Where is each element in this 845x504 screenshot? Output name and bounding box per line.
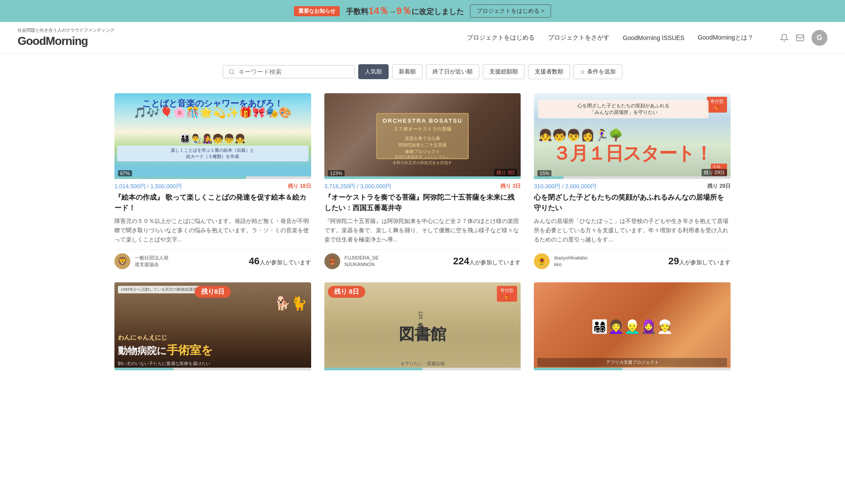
org-avatar-1: 🦁 [114, 253, 130, 269]
banner-start-button[interactable]: プロジェクトをはじめる > [470, 4, 551, 18]
card-title-1: 『絵本の作成』 歌って楽しくことばの発達を促す絵本＆絵カード！ [114, 192, 311, 213]
header-icons: G [780, 30, 827, 46]
logo-subtitle: 社会問題と向き合う人のクラウドファンディング [18, 27, 114, 33]
nav-issues[interactable]: GoodMorning ISSUES [623, 34, 684, 41]
card-desc-1: 障害児の５０％以上がことばに悩んでいます。発語が殆ど無く・発音が不明瞭で聞き取り… [114, 217, 311, 244]
progress-bar-4 [114, 368, 311, 370]
filter-total-support[interactable]: 支援総額順 [483, 64, 525, 79]
filter-supporter-count[interactable]: 支援者数順 [528, 64, 570, 79]
days-left-badge-2: 残り 3日 [494, 169, 517, 176]
card-image-2: ORCHESTRA BOSATSU ２７体オーケストラの菩薩 楽器を奏でる仏像阿… [324, 93, 521, 179]
nav-about[interactable]: GoodMorningとは？ [698, 34, 753, 42]
card-image-1: ことばと音楽のシャワーをあびろ！ 楽しくことばを学ぶ１冊の絵本（出版）と絵カード… [114, 93, 311, 179]
top-banner: 重要なお知らせ 手数料14％→9％に改定しました プロジェクトをはじめる > [0, 0, 845, 22]
progress-fill-3 [534, 176, 563, 179]
search-wrap [223, 65, 355, 78]
user-avatar-button[interactable]: G [812, 30, 827, 46]
project-card-5[interactable]: 寄付型🎁 120年続く 図書館 を守りたい・図書設備 残り 8日 [324, 282, 521, 370]
search-input[interactable] [239, 68, 349, 75]
cards-grid: ことばと音楽のシャワーをあびろ！ 楽しくことばを学ぶ１冊の絵本（出版）と絵カード… [114, 93, 731, 370]
progress-pct-1: 67% [118, 170, 132, 176]
participants-3: 29人が参加しています [669, 256, 731, 267]
logo-main: GoodMorning [18, 34, 114, 48]
card-title-3: 心を閉ざした子どもたちの笑顔があふれるみんなの居場所を守りたい [534, 192, 731, 213]
nav-start-project[interactable]: プロジェクトをはじめる [467, 34, 535, 42]
mail-button[interactable] [796, 33, 805, 42]
add-condition-label: 条件を追加 [587, 68, 616, 76]
progress-fill-1 [114, 176, 246, 179]
progress-bar-2 [324, 176, 521, 179]
gear-icon: ☆ [580, 69, 585, 75]
project-card-3[interactable]: 寄付型🎁 心を閉ざした子どもたちの笑顔があふれる 「みんなの居場所」を守りたい … [534, 93, 731, 269]
days-left-badge-3: 残り 29日 [702, 169, 727, 176]
notification-button[interactable] [780, 33, 789, 42]
progress-fill-4 [114, 368, 173, 370]
logo-area: 社会問題と向き合う人のクラウドファンディング GoodMorning [18, 27, 114, 48]
progress-fill-5 [324, 368, 422, 370]
progress-pct-2: 123% [328, 170, 345, 176]
search-icon [228, 68, 235, 75]
org-name-3: ibasyoHinatabokko [554, 255, 588, 268]
project-card-1[interactable]: ことばと音楽のシャワーをあびろ！ 楽しくことばを学ぶ１冊の絵本（出版）と絵カード… [114, 93, 311, 269]
search-section: 人気順 新着順 終了日が近い順 支援総額順 支援者数順 ☆ 条件を追加 [0, 54, 845, 86]
progress-bar-6 [534, 368, 731, 370]
mail-icon [796, 33, 805, 42]
amount-raised-1: 1,014,500円 / 1,500,000円 [114, 183, 182, 190]
header: 社会問題と向き合う人のクラウドファンディング GoodMorning プロジェク… [0, 22, 845, 54]
card-image-5: 寄付型🎁 120年続く 図書館 を守りたい・図書設備 残り 8日 [324, 282, 521, 370]
org-name-1: 一般社団法人発達支援協会 [135, 255, 169, 268]
progress-fill-2 [324, 176, 521, 179]
filter-popular[interactable]: 人気順 [358, 64, 389, 79]
org-avatar-3: 🌻 [534, 253, 550, 269]
days-left-3: 残り 29日 [707, 183, 731, 190]
progress-fill-6 [534, 368, 622, 370]
card-footer-1: 🦁 一般社団法人発達支援協会 46人が参加しています [114, 249, 311, 269]
project-card-6[interactable]: 👨‍👩‍👧‍👦👩‍🦱👨‍🦳🧕👳 アフリカ支援プロジェクト [534, 282, 731, 370]
org-name-2: FUJIIDERA_SENJUKANNON [345, 255, 379, 268]
card-image-6: 👨‍👩‍👧‍👦👩‍🦱👨‍🦳🧕👳 アフリカ支援プロジェクト [534, 282, 731, 370]
nav-find-project[interactable]: プロジェクトをさがす [548, 34, 610, 42]
progress-bar-3 [534, 176, 731, 179]
card-amount-1: 1,014,500円 / 1,500,000円 残り 18日 [114, 179, 311, 192]
card-amount-2: 3,718,250円 / 3,000,000円 残り 3日 [324, 179, 521, 192]
filter-ending-soon[interactable]: 終了日が近い順 [426, 64, 479, 79]
card-image-4: 1999年から活動している所沢の動物保護団体 わんにゃんえにじ 動物病院に手術室… [114, 282, 311, 370]
card-desc-3: みんなの居場所「ひなたぼっこ」は不登校の子どもや生き辛さを抱えて居場所を必要とし… [534, 217, 731, 244]
org-avatar-2: 🏺 [324, 253, 340, 269]
participants-2: 224人が参加しています [453, 256, 521, 267]
days-left-2: 残り 3日 [500, 183, 521, 190]
amount-raised-3: 310,000円 / 2,000,000円 [534, 183, 596, 190]
card-footer-2: 🏺 FUJIIDERA_SENJUKANNON 224人が参加しています [324, 249, 521, 269]
add-condition-button[interactable]: ☆ 条件を追加 [573, 64, 622, 79]
main-nav: プロジェクトをはじめる プロジェクトをさがす GoodMorning ISSUE… [467, 34, 753, 42]
days-left-1: 残り 18日 [288, 183, 311, 190]
filter-newest[interactable]: 新着順 [392, 64, 422, 79]
card-title-2: 『オーケストラを奏でる菩薩』阿弥陀二十五菩薩を未来に残したい：西国五番葛井寺 [324, 192, 521, 213]
card-amount-3: 310,000円 / 2,000,000円 残り 29日 [534, 179, 731, 192]
card-image-3: 寄付型🎁 心を閉ざした子どもたちの笑顔があふれる 「みんなの居場所」を守りたい … [534, 93, 731, 179]
project-card-2[interactable]: ORCHESTRA BOSATSU ２７体オーケストラの菩薩 楽器を奏でる仏像阿… [324, 93, 521, 269]
progress-bar-5 [324, 368, 521, 370]
amount-raised-2: 3,718,250円 / 3,000,000円 [324, 183, 392, 190]
bell-icon [780, 33, 789, 42]
card-desc-2: 『阿弥陀二十五菩薩』は阿弥陀如来を中心になど全２７体のほとけ様の楽団です。楽器を… [324, 217, 521, 244]
svg-point-1 [229, 69, 234, 73]
participants-1: 46人が参加しています [249, 256, 311, 267]
progress-bar-1 [114, 176, 311, 179]
progress-pct-3: 15% [537, 170, 551, 176]
banner-badge: 重要なお知らせ [294, 6, 340, 16]
banner-text: 手数料14％→9％に改定しました [346, 4, 464, 18]
card-footer-3: 🌻 ibasyoHinatabokko 29人が参加しています [534, 249, 731, 269]
svg-rect-0 [797, 35, 804, 40]
project-card-4[interactable]: 1999年から活動している所沢の動物保護団体 わんにゃんえにじ 動物病院に手術室… [114, 282, 311, 370]
cards-section: ことばと音楽のシャワーをあびろ！ 楽しくことばを学ぶ１冊の絵本（出版）と絵カード… [0, 86, 845, 377]
